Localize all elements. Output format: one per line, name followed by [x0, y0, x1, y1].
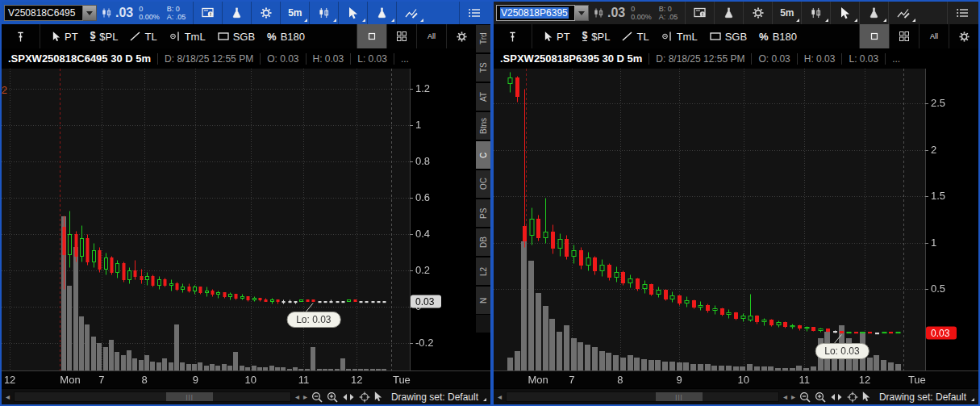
patterns-button[interactable] [859, 2, 888, 24]
news-button[interactable] [685, 2, 714, 24]
vertical-tab-c[interactable]: C [476, 140, 490, 170]
cursor-icon [544, 31, 553, 42]
settings-button[interactable] [251, 2, 280, 24]
cursor-tool-button[interactable] [338, 2, 367, 24]
settings-button[interactable] [743, 2, 772, 24]
grid-pane-button[interactable] [889, 24, 919, 48]
drawing-set-caret-icon [483, 398, 486, 401]
top-toolbar-call: V250818C6495 .03 0 0.00% B: 0 A: .05 5m [2, 2, 490, 24]
b180-tool[interactable]: %B180 [759, 31, 797, 43]
candle-link-icon [594, 7, 603, 19]
cursor-mode-icon[interactable] [374, 391, 382, 402]
single-pane-button[interactable] [357, 24, 386, 48]
pane-settings-button[interactable] [446, 24, 476, 48]
menu-icon [468, 7, 481, 19]
chart-date: D: 8/18/25 12:55 PM [157, 53, 260, 65]
pan-left-icon[interactable]: ◂ [295, 393, 299, 401]
gear-icon [959, 31, 970, 42]
vertical-tab-ts[interactable]: TS [476, 53, 490, 82]
chart-menu-button[interactable] [947, 2, 976, 24]
symbol-dropdown-button[interactable] [83, 5, 97, 21]
news-icon [694, 7, 707, 19]
pin-toolbar-button[interactable] [2, 24, 40, 48]
all-panes-button[interactable]: All [919, 24, 949, 48]
b180-tool[interactable]: %B180 [267, 31, 305, 43]
vertical-tab-btns[interactable]: Btns [476, 111, 490, 140]
drawings-button[interactable] [396, 2, 425, 24]
pan-right-icon[interactable]: ▸ [791, 393, 795, 401]
price-chart-canvas-put[interactable] [494, 69, 978, 388]
cursor-tool-button[interactable] [830, 2, 859, 24]
scrollbar-thumb[interactable]: ||| [656, 392, 702, 401]
chart-scrollbar[interactable]: ||| [14, 391, 291, 402]
all-label: All [427, 32, 436, 40]
pane-layout-group: All [357, 24, 476, 48]
patterns-button[interactable] [367, 2, 396, 24]
price-chart-canvas-call[interactable] [2, 69, 490, 388]
crosshair-icon[interactable] [847, 391, 858, 403]
symbol-text: V250818C6495 [8, 7, 75, 19]
chart-panel-put: V250818P6395 .03 0 0.00% B: 0 A: .05 5m [492, 0, 980, 406]
vertical-tab-trd[interactable]: Trd [476, 24, 490, 53]
studies-button[interactable] [714, 2, 743, 24]
profit-loss-tool[interactable]: $$PL [90, 31, 119, 43]
news-button[interactable] [193, 2, 222, 24]
chart-scrollbar[interactable]: ||| [506, 391, 779, 402]
line-icon [622, 31, 632, 41]
timeline-tool[interactable]: TmL [169, 31, 206, 43]
drawing-set-label[interactable]: Drawing set: Default [391, 391, 478, 403]
symbol-dropdown-button[interactable] [575, 5, 589, 21]
drawing-set-label[interactable]: Drawing set: Default [879, 391, 966, 403]
auto-fit-icon[interactable] [342, 392, 355, 402]
trendline-label: TL [144, 31, 156, 43]
cursor-mode-icon[interactable] [862, 391, 870, 402]
auto-fit-icon[interactable] [830, 392, 843, 402]
zoom-in-icon[interactable] [327, 391, 338, 403]
drawings-button[interactable] [888, 2, 917, 24]
last-price: .03 [607, 6, 625, 20]
top-toolbar-put: V250818P6395 .03 0 0.00% B: 0 A: .05 5m [494, 2, 978, 24]
symbol-input[interactable]: V250818P6395 [496, 5, 575, 21]
sgb-tool[interactable]: SGB [710, 31, 747, 43]
vertical-tab-oc[interactable]: OC [476, 170, 490, 199]
trendline-tool[interactable]: TL [130, 31, 156, 43]
vertical-tab-ps[interactable]: PS [476, 199, 490, 228]
vertical-tab-n[interactable]: N [476, 286, 490, 315]
zoom-out-icon[interactable] [311, 391, 323, 403]
scrollbar-thumb[interactable]: ||| [166, 392, 213, 401]
scroll-left-icon[interactable]: ◂ [6, 393, 10, 401]
chart-type-button[interactable] [801, 2, 830, 24]
timeline-tool[interactable]: TmL [661, 31, 698, 43]
zoom-in-icon[interactable] [815, 391, 826, 403]
studies-button[interactable] [222, 2, 251, 24]
profit-loss-tool[interactable]: $$PL [582, 31, 611, 43]
chart-open: O: 0.03 [751, 53, 796, 65]
chart-menu-button[interactable] [459, 2, 488, 24]
pan-left-icon[interactable]: ◂ [783, 393, 787, 401]
pane-settings-button[interactable] [949, 24, 978, 48]
vertical-tab-l2[interactable]: L2 [476, 257, 490, 286]
chart-type-button[interactable] [309, 2, 338, 24]
timeframe-button[interactable]: 5m [280, 2, 309, 24]
symbol-input[interactable]: V250818C6495 [4, 5, 83, 21]
zoom-out-icon[interactable] [799, 391, 811, 403]
pointer-tool[interactable]: PT [52, 31, 78, 43]
pin-toolbar-button[interactable] [494, 24, 532, 48]
grid-pane-button[interactable] [386, 24, 416, 48]
circle-line-icon [661, 31, 673, 42]
vertical-tab-db[interactable]: DB [476, 228, 490, 257]
trendline-tool[interactable]: TL [622, 31, 648, 43]
pointer-tool[interactable]: PT [544, 31, 570, 43]
vertical-tab-at[interactable]: AT [476, 82, 490, 111]
trendline-label: TL [636, 31, 648, 43]
scroll-left-icon[interactable]: ◂ [498, 393, 502, 401]
change-value: 0 [139, 5, 160, 13]
all-panes-button[interactable]: All [416, 24, 446, 48]
sgb-tool[interactable]: SGB [218, 31, 255, 43]
crosshair-icon[interactable] [359, 391, 370, 403]
symbol-input-group: V250818P6395 [496, 5, 589, 21]
single-pane-button[interactable] [859, 24, 889, 48]
pan-right-icon[interactable]: ▸ [303, 393, 307, 401]
chart-bottom-bar-put: ◂ ||| ◂ ▸ Drawing set: Default [494, 388, 978, 404]
timeframe-button[interactable]: 5m [772, 2, 801, 24]
